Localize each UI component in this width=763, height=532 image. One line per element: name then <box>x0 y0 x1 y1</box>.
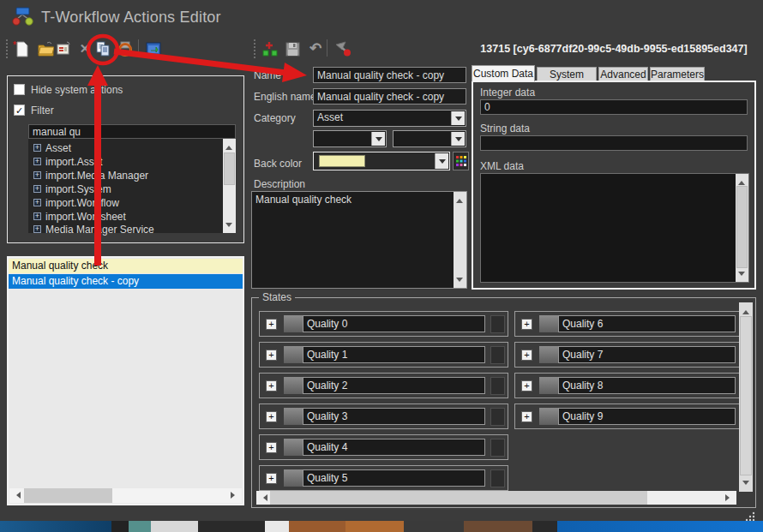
paste-button[interactable] <box>115 39 135 59</box>
tree-item-import-system[interactable]: +import.System <box>33 182 111 195</box>
state-name-field[interactable]: Quality 5 <box>303 469 485 487</box>
filter-search-input[interactable] <box>28 124 236 139</box>
expand-icon[interactable]: + <box>33 158 41 165</box>
string-data-input[interactable] <box>480 135 748 151</box>
back-color-select[interactable] <box>313 152 450 170</box>
tab-advanced[interactable]: Advanced <box>598 67 648 81</box>
tree-item-import-workflow[interactable]: +import.Workflow <box>33 196 119 209</box>
description-scrollbar[interactable] <box>454 192 466 288</box>
state-color-swatch[interactable] <box>539 315 558 332</box>
scroll-down-arrow[interactable] <box>742 481 749 488</box>
scroll-up-arrow[interactable] <box>225 142 232 150</box>
publish-button[interactable] <box>333 39 353 59</box>
scroll-down-arrow[interactable] <box>225 223 232 230</box>
expand-icon[interactable]: + <box>33 171 41 179</box>
tab-custom-data[interactable]: Custom Data <box>472 65 535 81</box>
state-name-field[interactable]: Quality 0 <box>303 315 485 332</box>
open-in-window-button[interactable] <box>143 39 164 59</box>
tree-scrollbar-thumb[interactable] <box>224 152 235 185</box>
dropdown-button[interactable] <box>451 132 465 146</box>
tree-scrollbar[interactable] <box>223 139 236 233</box>
description-textarea[interactable]: Manual quality check <box>251 191 467 289</box>
state-color-swatch[interactable] <box>539 408 558 425</box>
xml-scrollbar[interactable] <box>736 174 748 282</box>
copy-button[interactable] <box>93 39 113 59</box>
list-item-manual-quality-check-copy-selected[interactable]: Manual quality check - copy <box>9 274 243 289</box>
state-color-swatch[interactable] <box>284 469 303 487</box>
state-options-button[interactable] <box>490 346 505 364</box>
dropdown-button[interactable] <box>371 132 385 146</box>
expand-icon[interactable]: + <box>33 212 41 220</box>
undo-button[interactable]: ↶ <box>305 38 326 58</box>
expand-icon[interactable]: + <box>33 199 41 206</box>
toolbar-grip-2[interactable] <box>254 39 256 58</box>
tree-item-import-media-manager[interactable]: +import.Media Manager <box>33 169 148 182</box>
list-item-manual-quality-check[interactable]: Manual quality check <box>9 259 243 273</box>
state-color-swatch[interactable] <box>284 408 303 425</box>
expand-state-button[interactable]: + <box>266 350 277 361</box>
toolbar-grip[interactable] <box>6 39 9 58</box>
category-select[interactable]: Asset <box>313 110 466 127</box>
subcategory-select-1[interactable] <box>313 130 387 147</box>
expand-state-button[interactable]: + <box>266 319 277 330</box>
state-name-field[interactable]: Quality 8 <box>558 377 736 394</box>
expand-state-button[interactable]: + <box>266 380 277 392</box>
state-name-field[interactable]: Quality 1 <box>303 346 485 363</box>
scroll-right-arrow[interactable] <box>231 492 238 499</box>
state-options-button[interactable] <box>490 408 505 426</box>
new-action-button[interactable]: * <box>11 39 32 59</box>
state-color-swatch[interactable] <box>284 315 303 332</box>
save-button[interactable] <box>282 39 303 59</box>
edit-form-button[interactable] <box>53 39 74 59</box>
tab-parameters[interactable]: Parameters <box>650 67 705 81</box>
color-palette-button[interactable] <box>453 152 469 170</box>
english-name-input[interactable] <box>313 88 466 105</box>
state-name-field[interactable]: Quality 9 <box>558 408 736 425</box>
scroll-left-arrow[interactable] <box>260 494 267 501</box>
state-color-swatch[interactable] <box>284 346 303 363</box>
xml-data-textarea[interactable] <box>480 173 749 283</box>
filter-checkbox[interactable]: ✓ <box>14 105 25 116</box>
subcategory-select-2[interactable] <box>393 130 466 147</box>
tab-system-script[interactable]: System Script <box>537 67 597 81</box>
expand-icon[interactable]: + <box>33 185 41 193</box>
state-options-button[interactable] <box>490 469 505 487</box>
add-states-button[interactable] <box>260 39 280 59</box>
state-options-button[interactable] <box>490 315 505 333</box>
expand-state-button[interactable]: + <box>521 411 532 422</box>
scroll-right-arrow[interactable] <box>725 494 733 501</box>
name-input[interactable] <box>313 67 466 83</box>
state-name-field[interactable]: Quality 6 <box>558 315 736 332</box>
expand-state-button[interactable]: + <box>521 350 532 361</box>
scroll-up-arrow[interactable] <box>742 307 749 314</box>
state-options-button[interactable] <box>490 377 505 395</box>
scroll-down-arrow[interactable] <box>456 278 463 285</box>
expand-state-button[interactable]: + <box>266 442 277 453</box>
tree-item-asset[interactable]: +Asset <box>33 141 71 154</box>
expand-icon[interactable]: + <box>33 225 41 233</box>
state-name-field[interactable]: Quality 3 <box>303 408 485 425</box>
state-name-field[interactable]: Quality 2 <box>303 377 485 394</box>
hide-system-actions-checkbox[interactable] <box>14 84 25 95</box>
state-color-swatch[interactable] <box>539 346 558 363</box>
state-options-button[interactable] <box>490 439 505 457</box>
expand-state-button[interactable]: + <box>266 411 277 422</box>
expand-icon[interactable]: + <box>33 144 41 152</box>
list-hscrollbar-thumb[interactable] <box>24 488 112 503</box>
scroll-left-arrow[interactable] <box>13 492 21 499</box>
states-vscrollbar-thumb[interactable] <box>740 316 752 475</box>
dropdown-button[interactable] <box>451 111 465 125</box>
expand-state-button[interactable]: + <box>521 380 532 392</box>
tree-item-import-asset[interactable]: +import.Asset <box>33 155 103 168</box>
expand-state-button[interactable]: + <box>521 319 532 330</box>
list-hscrollbar[interactable] <box>9 488 242 503</box>
scroll-up-arrow[interactable] <box>738 177 745 185</box>
scroll-up-arrow[interactable] <box>456 195 463 203</box>
states-hscrollbar[interactable] <box>256 491 736 505</box>
state-name-field[interactable]: Quality 7 <box>558 346 736 363</box>
xml-scrollbar-thumb[interactable] <box>736 186 748 268</box>
states-hscrollbar-thumb[interactable] <box>270 491 647 505</box>
state-color-swatch[interactable] <box>284 377 303 394</box>
tree-item-media-manager-service[interactable]: +Media Manager Service <box>33 223 154 236</box>
states-vscrollbar[interactable] <box>739 302 753 492</box>
